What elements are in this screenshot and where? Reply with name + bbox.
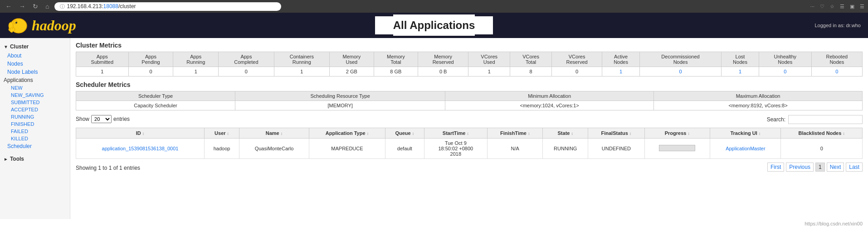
last-button[interactable]: Last [846,163,863,172]
col-queue[interactable]: Queue ↕ [385,128,424,139]
col-memory-total: MemoryTotal [374,52,418,67]
tracking-ui-link[interactable]: ApplicationMaster [726,146,765,151]
sidebar-item-new-saving[interactable]: NEW_SAVING [0,91,70,99]
sidebar-item-killed[interactable]: KILLED [0,135,70,142]
tools-label: Tools [10,156,24,162]
decommissioned-nodes-link[interactable]: 0 [679,69,682,74]
col-start-time[interactable]: StartTime ↕ [424,128,488,139]
main-content: Cluster Metrics AppsSubmitted AppsPendin… [70,38,868,219]
col-scheduler-type: Scheduler Type [76,91,235,101]
show-search-row: Show 20 50 100 entries Search: [76,115,863,126]
col-finish-time[interactable]: FinishTime ↕ [488,128,543,139]
entries-select[interactable]: 20 50 100 [91,115,112,123]
sidebar-item-failed[interactable]: FAILED [0,128,70,135]
app-state-cell: RUNNING [543,139,588,159]
sidebar-item-accepted[interactable]: ACCEPTED [0,106,70,113]
sidebar-item-running[interactable]: RUNNING [0,113,70,120]
app-id-cell: application_1539081536138_0001 [76,139,205,159]
active-nodes-link[interactable]: 1 [619,69,622,74]
col-user[interactable]: User ↕ [204,128,239,139]
hadoop-logo-text: hadoop [32,17,76,34]
unhealthy-nodes-link[interactable]: 0 [784,69,786,74]
show-label: Show [76,116,89,122]
table-row: application_1539081536138_0001 hadoop Qu… [76,139,863,159]
previous-button[interactable]: Previous [786,163,814,172]
col-memory-reserved: MemoryReserved [418,52,468,67]
sidebar-item-new[interactable]: NEW [0,84,70,91]
sidebar-item-node-labels[interactable]: Node Labels [0,68,70,76]
window-icon[interactable]: ▣ [850,4,854,10]
col-active-nodes: ActiveNodes [602,52,640,67]
tracking-ui-sort-icon: ↕ [759,131,761,136]
val-active-nodes: 1 [602,67,640,77]
hadoop-elephant-icon [7,16,30,35]
url-host: 192.168.4.213 [67,3,102,10]
val-containers-running: 1 [274,67,329,77]
val-vcores-total: 8 [510,67,552,77]
menu-dots[interactable]: ··· [810,4,814,9]
hamburger-icon[interactable]: ☰ [860,4,864,10]
reload-button[interactable]: ↻ [31,2,40,11]
sidebar-item-scheduler[interactable]: Scheduler [0,142,70,150]
col-decommissioned-nodes: DecommissionedNodes [639,52,721,67]
col-tracking-ui[interactable]: Tracking UI ↕ [710,128,781,139]
sidebar-item-about[interactable]: About [0,52,70,60]
col-application-type[interactable]: Application Type ↕ [309,128,385,139]
app-name-cell: QuasiMonteCarlo [239,139,309,159]
app-id-link[interactable]: application_1539081536138_0001 [102,146,179,151]
col-progress[interactable]: Progress ↕ [644,128,710,139]
sidebar-item-nodes[interactable]: Nodes [0,60,70,68]
cluster-section-header[interactable]: ▼ Cluster [0,42,70,52]
val-apps-submitted: 1 [76,67,129,77]
app-finish-time-cell: N/A [488,139,543,159]
tools-section-header[interactable]: ► Tools [0,154,70,164]
sidebar-item-submitted[interactable]: SUBMITTED [0,99,70,106]
page-title: All Applications [393,14,475,36]
app-type-cell: MAPREDUCE [309,139,385,159]
app-progress-cell [644,139,710,159]
entries-label: entries [113,116,130,122]
name-sort-icon: ↕ [281,131,283,136]
col-id[interactable]: ID ↕ [76,128,205,139]
col-apps-submitted: AppsSubmitted [76,52,129,67]
col-state[interactable]: State ↕ [543,128,588,139]
lost-nodes-link[interactable]: 1 [739,69,741,74]
address-bar[interactable]: ⓘ 192.168.4.213:18088/cluster [54,2,281,11]
val-apps-running: 1 [173,67,219,77]
hadoop-logo: hadoop [7,16,76,35]
blacklisted-sort-icon: ↕ [843,131,845,136]
progress-bar [659,145,695,151]
col-max-allocation: Maximum Allocation [654,91,863,101]
col-vcores-total: VCoresTotal [510,52,552,67]
first-button[interactable]: First [767,163,784,172]
id-sort-icon: ↕ [142,131,145,136]
app-start-time-cell: Tue Oct 918:50:02 +08002018 [424,139,488,159]
home-button[interactable]: ⌂ [44,2,51,11]
forward-button[interactable]: → [17,2,27,11]
cluster-label: Cluster [10,43,29,50]
val-scheduling-resource-type: [MEMORY] [235,101,445,110]
sidebar-icon[interactable]: ☰ [840,4,844,10]
col-apps-completed: AppsCompleted [219,52,274,67]
logged-in-label: Logged in as: dr.who [814,23,861,28]
next-button[interactable]: Next [827,163,844,172]
val-memory-reserved: 0 B [418,67,468,77]
val-min-allocation: <memory:1024, vCores:1> [445,101,654,110]
url-port: 18088 [103,3,118,10]
user-sort-icon: ↕ [227,131,229,136]
search-input[interactable] [788,115,863,124]
back-button[interactable]: ← [4,2,14,11]
val-memory-total: 8 GB [374,67,418,77]
sidebar-item-finished[interactable]: FINISHED [0,120,70,128]
val-vcores-reserved: 0 [552,67,602,77]
browser-chrome: ← → ↻ ⌂ ⓘ 192.168.4.213:18088/cluster ··… [0,0,868,13]
val-vcores-used: 1 [468,67,510,77]
col-blacklisted-nodes[interactable]: Blacklisted Nodes ↕ [781,128,863,139]
col-final-status[interactable]: FinalStatus ↕ [588,128,644,139]
rebooted-nodes-link[interactable]: 0 [835,69,838,74]
cluster-metrics-table: AppsSubmitted AppsPending AppsRunning Ap… [76,52,863,77]
app-tracking-ui-cell: ApplicationMaster [710,139,781,159]
star-icon[interactable]: ☆ [830,4,834,10]
col-name[interactable]: Name ↕ [239,128,309,139]
bookmark-icon[interactable]: ♡ [820,4,824,10]
